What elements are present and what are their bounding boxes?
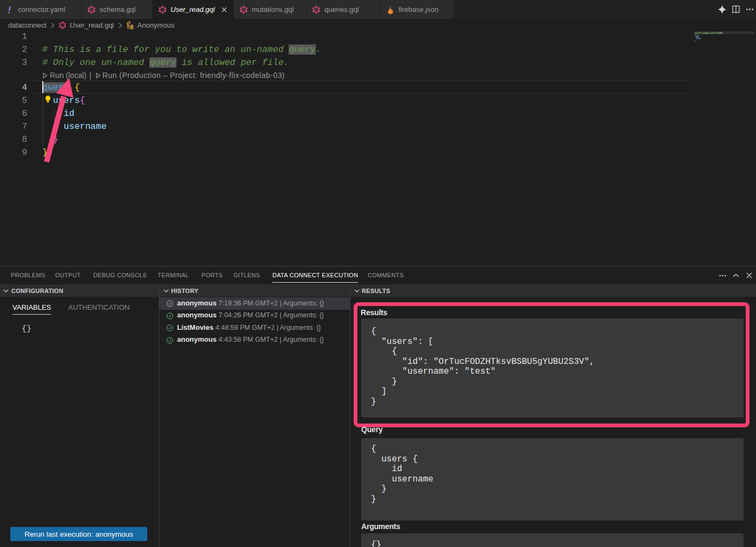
svg-text:!: ! [8,5,11,14]
